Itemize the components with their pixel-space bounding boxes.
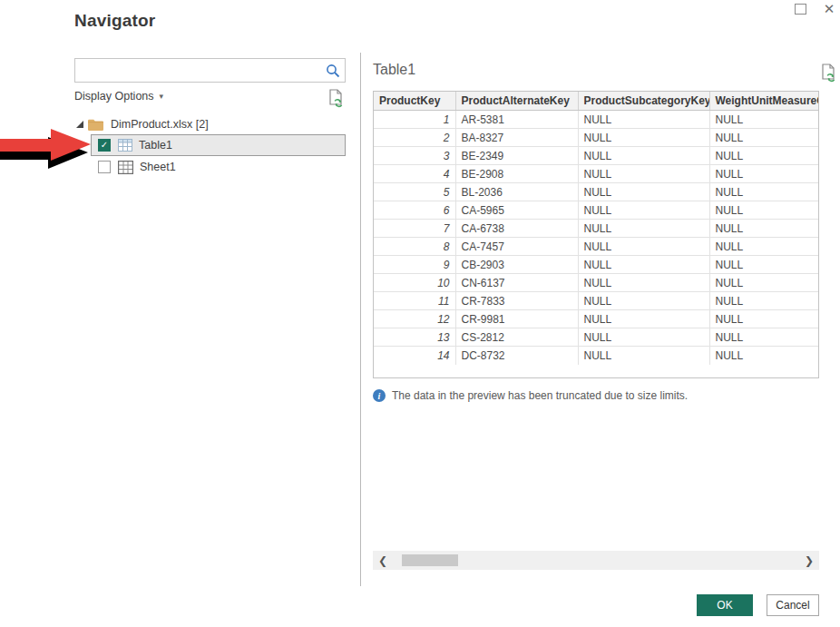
table-cell: 2 bbox=[374, 129, 455, 147]
table-row: 7CA-6738NULLNULL bbox=[374, 220, 819, 238]
table-cell: NULL bbox=[578, 238, 709, 256]
scroll-right-icon[interactable]: ❯ bbox=[799, 554, 819, 567]
navigator-tree: DimProduct.xlsx [2] ✓ Table1 Sh bbox=[74, 114, 347, 178]
table-cell: NULL bbox=[578, 220, 709, 238]
table-cell: 6 bbox=[374, 201, 455, 220]
table-cell: NULL bbox=[709, 347, 819, 365]
table-cell: NULL bbox=[578, 147, 709, 165]
table-row: 12CR-9981NULLNULL bbox=[374, 310, 819, 328]
horizontal-scrollbar[interactable]: ❮ ❯ bbox=[373, 551, 819, 570]
table-cell: NULL bbox=[709, 328, 819, 347]
table-cell: NULL bbox=[709, 147, 819, 165]
table-cell: BA-8327 bbox=[455, 129, 578, 147]
table1-checkbox[interactable]: ✓ bbox=[98, 139, 111, 152]
table-cell: NULL bbox=[709, 201, 819, 220]
table-cell: NULL bbox=[578, 111, 709, 129]
cancel-button[interactable]: Cancel bbox=[767, 594, 819, 616]
table-row: 1AR-5381NULLNULL bbox=[374, 111, 819, 129]
table-row: 11CR-7833NULLNULL bbox=[374, 292, 819, 310]
search-icon[interactable] bbox=[321, 59, 345, 82]
tree-item-table1[interactable]: ✓ Table1 bbox=[91, 134, 346, 156]
column-header: ProductAlternateKey bbox=[455, 92, 578, 111]
table-cell: 8 bbox=[374, 238, 455, 256]
tree-item-label: Sheet1 bbox=[140, 161, 176, 173]
table-cell: NULL bbox=[578, 292, 709, 310]
table-cell: 7 bbox=[374, 220, 455, 238]
table-cell: BE-2349 bbox=[455, 147, 578, 165]
table-cell: CR-9981 bbox=[455, 310, 578, 328]
table-cell: NULL bbox=[578, 256, 709, 274]
table-cell: NULL bbox=[578, 201, 709, 220]
table-cell: NULL bbox=[709, 220, 819, 238]
column-header: ProductKey bbox=[374, 92, 455, 111]
red-arrow-annotation bbox=[0, 126, 94, 173]
display-options-dropdown[interactable]: Display Options▾ bbox=[74, 90, 163, 103]
table-row: 3BE-2349NULLNULL bbox=[374, 147, 819, 165]
search-input[interactable] bbox=[75, 59, 321, 82]
sheet1-checkbox[interactable] bbox=[98, 161, 111, 173]
dialog-title: Navigator bbox=[74, 11, 155, 31]
scrollbar-thumb[interactable] bbox=[402, 554, 458, 566]
table-cell: NULL bbox=[578, 328, 709, 347]
search-box[interactable] bbox=[74, 58, 346, 83]
table-row: 2BA-8327NULLNULL bbox=[374, 129, 819, 147]
table-row: 4BE-2908NULLNULL bbox=[374, 165, 819, 183]
column-header: ProductSubcategoryKey bbox=[578, 92, 709, 111]
scroll-left-icon[interactable]: ❮ bbox=[373, 554, 393, 567]
table-cell: NULL bbox=[709, 310, 819, 328]
preview-title: Table1 bbox=[373, 62, 415, 78]
maximize-button[interactable] bbox=[795, 4, 806, 15]
table-row: 5BL-2036NULLNULL bbox=[374, 183, 819, 201]
table-cell: CA-5965 bbox=[455, 201, 578, 220]
table-cell: BE-2908 bbox=[455, 165, 578, 183]
chevron-down-icon: ▾ bbox=[160, 92, 164, 101]
table-row: 9CB-2903NULLNULL bbox=[374, 256, 819, 274]
table-cell: CA-7457 bbox=[455, 238, 578, 256]
table-cell: NULL bbox=[709, 183, 819, 201]
tree-item-sheet1[interactable]: Sheet1 bbox=[91, 156, 346, 178]
table-cell: 13 bbox=[374, 328, 455, 347]
table-header-row: ProductKeyProductAlternateKeyProductSubc… bbox=[374, 92, 819, 111]
info-icon: i bbox=[373, 389, 386, 402]
table-cell: BL-2036 bbox=[455, 183, 578, 201]
table-cell: NULL bbox=[709, 238, 819, 256]
table-cell: 3 bbox=[374, 147, 455, 165]
table-cell: NULL bbox=[709, 111, 819, 129]
table-cell: AR-5381 bbox=[455, 111, 578, 129]
table-cell: NULL bbox=[709, 256, 819, 274]
ok-button[interactable]: OK bbox=[697, 594, 753, 616]
display-options-label: Display Options bbox=[74, 90, 154, 103]
tree-folder-row[interactable]: DimProduct.xlsx [2] bbox=[74, 114, 347, 134]
close-button[interactable]: ✕ bbox=[820, 0, 838, 18]
table-cell: NULL bbox=[709, 292, 819, 310]
table-cell: 9 bbox=[374, 256, 455, 274]
scrollbar-track[interactable] bbox=[393, 551, 799, 570]
table-cell: NULL bbox=[578, 274, 709, 292]
table-cell: NULL bbox=[709, 165, 819, 183]
table-row: 14DC-8732NULLNULL bbox=[374, 347, 819, 365]
table-cell: DC-8732 bbox=[455, 347, 578, 365]
info-message-row: i The data in the preview has been trunc… bbox=[373, 389, 688, 402]
table-cell: CR-7833 bbox=[455, 292, 578, 310]
table-cell: NULL bbox=[578, 129, 709, 147]
refresh-icon[interactable] bbox=[328, 89, 344, 108]
table-cell: CN-6137 bbox=[455, 274, 578, 292]
table-cell: NULL bbox=[578, 347, 709, 365]
table-cell: 11 bbox=[374, 292, 455, 310]
table-cell: CB-2903 bbox=[455, 256, 578, 274]
table-icon bbox=[118, 139, 132, 152]
tree-item-label: Table1 bbox=[139, 139, 172, 152]
table-cell: CA-6738 bbox=[455, 220, 578, 238]
table-cell: 1 bbox=[374, 111, 455, 129]
table-row: 6CA-5965NULLNULL bbox=[374, 201, 819, 220]
table-row: 10CN-6137NULLNULL bbox=[374, 274, 819, 292]
table-cell: NULL bbox=[578, 310, 709, 328]
worksheet-icon bbox=[118, 161, 133, 174]
refresh-preview-icon[interactable] bbox=[821, 64, 836, 83]
table-cell: NULL bbox=[578, 183, 709, 201]
info-message: The data in the preview has been truncat… bbox=[392, 389, 688, 402]
table-cell: NULL bbox=[709, 129, 819, 147]
table-row: 13CS-2812NULLNULL bbox=[374, 328, 819, 347]
pane-divider bbox=[360, 53, 361, 586]
table-cell: NULL bbox=[578, 165, 709, 183]
